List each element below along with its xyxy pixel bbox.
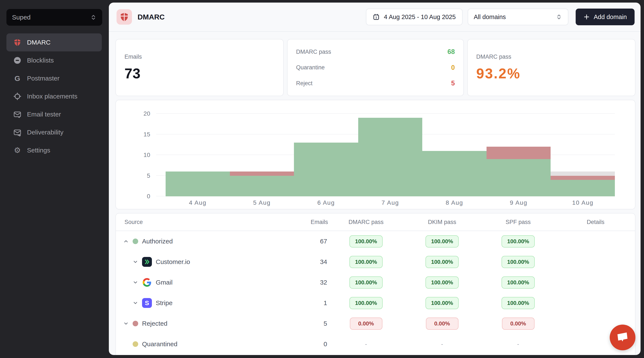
pass-rate-label: DMARC pass — [476, 53, 635, 60]
crosshair-icon — [13, 92, 22, 100]
chart-bars — [166, 114, 615, 196]
chat-widget-button[interactable] — [610, 325, 636, 350]
rejected-status-dot — [132, 321, 138, 326]
chevron-up-icon[interactable] — [123, 239, 129, 244]
sidebar: Suped DMARC Blocklists G Postmaster Inbo… — [0, 0, 108, 358]
bar-column — [422, 114, 486, 196]
spf-pass-badge: 0.00% — [502, 318, 534, 330]
svg-text:1: 1 — [375, 16, 377, 19]
source-label: Customer.io — [156, 258, 190, 266]
emails-count: 67 — [285, 238, 328, 245]
dkim-pass-badge: 100.00% — [426, 235, 459, 248]
sidebar-item-label: Inbox placements — [27, 93, 77, 100]
chart-y-axis: 05101520 — [116, 114, 158, 196]
spf-pass-badge: 100.00% — [502, 276, 535, 289]
bar-column — [486, 114, 551, 196]
chevron-down-icon[interactable] — [132, 300, 138, 306]
spf-pass-badge: 100.00% — [502, 297, 535, 309]
chevron-down-icon[interactable] — [132, 280, 138, 285]
dkim-pass-badge: 100.00% — [426, 256, 459, 268]
emails-count: 0 — [285, 341, 328, 348]
chart-plot — [166, 114, 615, 196]
breakdown-value-pass: 68 — [448, 48, 455, 56]
bar-column — [294, 114, 358, 196]
domain-filter-select[interactable]: All domains — [468, 8, 568, 25]
emails-card: Emails 73 — [116, 39, 284, 96]
gmail-logo — [142, 278, 152, 287]
date-range-picker[interactable]: 1 4 Aug 2025 - 10 Aug 2025 — [366, 8, 462, 25]
gear-icon: ⚙ — [13, 146, 22, 154]
x-tick-label: 8 Aug — [422, 199, 486, 206]
dmarc-breakdown-card: DMARC pass 68 Quarantine 0 Reject 5 — [287, 39, 464, 96]
emails-count: 1 — [285, 299, 328, 307]
sidebar-item-deliverability[interactable]: Deliverability — [6, 123, 102, 141]
table-row-gmail: Gmail 32 100.00% 100.00% 100.00% — [116, 272, 635, 293]
bar-column — [358, 114, 422, 196]
column-header-emails: Emails — [285, 219, 328, 225]
dmarc-pass-badge: 100.00% — [350, 297, 383, 309]
emails-count: 34 — [285, 258, 328, 266]
x-tick-label: 7 Aug — [358, 199, 422, 206]
bar-segment-authorized — [486, 159, 551, 196]
chevron-down-icon[interactable] — [123, 321, 129, 326]
calendar-icon: 1 — [373, 13, 380, 20]
source-label: Authorized — [142, 238, 173, 245]
column-header-dkim-pass: DKIM pass — [404, 219, 480, 225]
bar-segment-authorized — [550, 180, 615, 196]
bar-segment-rejected — [486, 147, 551, 159]
page-header: DMARC 1 4 Aug 2025 - 10 Aug 2025 All dom… — [109, 2, 640, 32]
sidebar-item-label: Postmaster — [27, 75, 60, 82]
y-tick-label: 15 — [144, 131, 150, 138]
speech-bubble-icon — [615, 330, 630, 345]
shield-icon — [119, 12, 129, 22]
y-tick-label: 5 — [147, 172, 150, 179]
column-header-source: Source — [116, 219, 285, 225]
main-panel: DMARC 1 4 Aug 2025 - 10 Aug 2025 All dom… — [109, 2, 640, 355]
sidebar-item-label: Blocklists — [27, 57, 54, 64]
chevron-down-icon[interactable] — [132, 259, 138, 265]
x-tick-label: 9 Aug — [486, 199, 551, 206]
x-tick-label: 5 Aug — [230, 199, 294, 206]
workspace-selector[interactable]: Suped — [6, 9, 102, 26]
bar-column — [550, 114, 615, 196]
dkim-pass-badge: 100.00% — [426, 297, 459, 309]
sidebar-item-blocklists[interactable]: Blocklists — [6, 51, 102, 69]
table-header-row: Source Emails DMARC pass DKIM pass SPF p… — [116, 213, 635, 231]
dmarc-pass-empty: - — [365, 341, 367, 347]
breakdown-value-quarantine: 0 — [451, 64, 455, 71]
dmarc-pass-rate-card: DMARC pass 93.2% — [467, 39, 636, 96]
column-header-dmarc-pass: DMARC pass — [328, 219, 404, 225]
authorized-status-dot — [132, 239, 138, 244]
y-tick-label: 10 — [144, 152, 150, 158]
bar-segment-authorized — [294, 143, 358, 196]
add-domain-button[interactable]: Add domain — [576, 8, 634, 25]
bar-segment-rejected — [230, 172, 294, 176]
emails-label: Emails — [124, 53, 283, 60]
pass-rate-value: 93.2% — [476, 65, 635, 82]
bar-segment-authorized — [358, 118, 422, 196]
customerio-logo — [142, 257, 152, 267]
x-tick-label: 4 Aug — [166, 199, 230, 206]
sidebar-item-postmaster[interactable]: G Postmaster — [6, 69, 102, 87]
bar-segment-other — [550, 172, 615, 176]
breakdown-row-reject: Reject 5 — [296, 79, 455, 87]
sidebar-nav: DMARC Blocklists G Postmaster Inbox plac… — [0, 33, 108, 159]
column-header-spf-pass: SPF pass — [480, 219, 556, 225]
add-domain-label: Add domain — [594, 13, 627, 20]
dkim-pass-badge: 100.00% — [426, 276, 459, 289]
table-row-authorized: Authorized 67 100.00% 100.00% 100.00% — [116, 231, 635, 252]
sidebar-item-settings[interactable]: ⚙ Settings — [6, 141, 102, 159]
domain-filter-value: All domains — [474, 13, 506, 20]
dmarc-pass-badge: 100.00% — [350, 276, 383, 289]
chart-x-axis: 4 Aug5 Aug6 Aug7 Aug8 Aug9 Aug10 Aug — [166, 199, 615, 206]
table-row-customerio: Customer.io 34 100.00% 100.00% 100.00% — [116, 252, 635, 272]
sidebar-item-dmarc[interactable]: DMARC — [6, 33, 102, 51]
sidebar-item-email-tester[interactable]: Email tester — [6, 105, 102, 123]
table-body: Authorized 67 100.00% 100.00% 100.00% Cu… — [116, 231, 635, 354]
sidebar-item-label: Settings — [27, 147, 50, 154]
spf-pass-badge: 100.00% — [502, 235, 535, 248]
source-label: Rejected — [142, 320, 167, 327]
emails-count: 32 — [285, 279, 328, 286]
spf-pass-empty: - — [517, 341, 519, 347]
sidebar-item-inbox-placements[interactable]: Inbox placements — [6, 87, 102, 105]
